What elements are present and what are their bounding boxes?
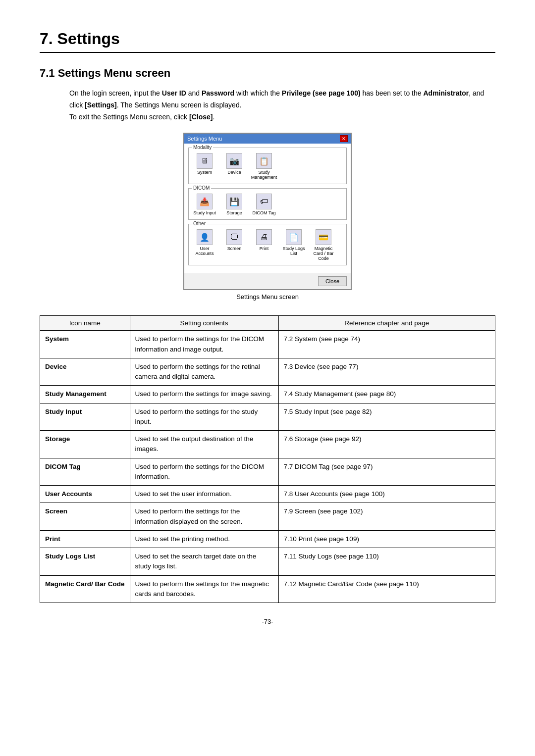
modality-group: Modality 🖥 System 📷 Device 📋 Study Manag… (188, 148, 347, 184)
table-cell-icon: Screen (40, 503, 130, 531)
screen-icon: 🖵 (226, 229, 242, 245)
study-input-icon-label: Study Input (193, 210, 216, 215)
screen-icon-label: Screen (227, 246, 242, 251)
dicom-tag-icon-label: DICOM Tag (253, 210, 276, 215)
window-footer: Close (184, 273, 351, 289)
table-cell-icon: Study Logs List (40, 548, 130, 576)
user-accounts-icon-label: User Accounts (193, 246, 216, 256)
close-btn-label: [Close] (189, 113, 213, 121)
table-cell-reference: 7.2 System (see page 74) (278, 331, 495, 358)
other-label: Other (192, 221, 207, 226)
table-row: Magnetic Card/ Bar CodeUsed to perform t… (40, 575, 495, 603)
study-logs-icon-label: Study Logs List (282, 246, 306, 256)
dicom-tag-icon-item[interactable]: 🏷 DICOM Tag (252, 194, 276, 215)
table-cell-reference: 7.12 Magnetic Card/Bar Code (see page 11… (278, 575, 495, 603)
storage-icon-item[interactable]: 💾 Storage (222, 194, 246, 215)
table-cell-reference: 7.8 User Accounts (see page 100) (278, 486, 495, 503)
page-title: 7. Settings (40, 30, 495, 48)
privilege-label: Privilege (see page 100) (282, 89, 361, 97)
print-icon-label: Print (260, 246, 269, 251)
device-icon-label: Device (227, 170, 241, 175)
section-title: 7.1 Settings Menu screen (40, 67, 495, 80)
col-header-reference: Reference chapter and page (278, 316, 495, 331)
table-row: StorageUsed to set the output destinatio… (40, 431, 495, 458)
window-body: Modality 🖥 System 📷 Device 📋 Study Manag… (184, 144, 351, 273)
intro-line1: On the login screen, input the User ID a… (69, 89, 484, 109)
magnetic-card-icon: 💳 (316, 229, 331, 245)
table-cell-icon: Device (40, 358, 130, 386)
storage-icon-label: Storage (226, 210, 242, 215)
settings-window: Settings Menu ✕ Modality 🖥 System 📷 Devi… (183, 133, 352, 290)
table-row: Study InputUsed to perform the settings … (40, 403, 495, 431)
device-icon-item[interactable]: 📷 Device (222, 153, 246, 180)
print-icon-item[interactable]: 🖨 Print (252, 229, 276, 261)
administrator-label: Administrator (423, 89, 469, 97)
col-header-setting: Setting contents (130, 316, 278, 331)
window-close-button[interactable]: ✕ (340, 135, 348, 142)
table-cell-description: Used to perform the settings for the mag… (130, 575, 278, 603)
table-cell-icon: Print (40, 530, 130, 548)
col-header-icon: Icon name (40, 316, 130, 331)
password-label: Password (202, 89, 234, 97)
study-input-icon-item[interactable]: 📥 Study Input (193, 194, 216, 215)
table-cell-icon: Storage (40, 431, 130, 458)
modality-icons: 🖥 System 📷 Device 📋 Study Management (193, 150, 342, 180)
magnetic-card-icon-item[interactable]: 💳 Magnetic Card / Bar Code (312, 229, 335, 261)
table-cell-description: Used to set the search target date on th… (130, 548, 278, 576)
storage-icon: 💾 (226, 194, 242, 209)
table-cell-description: Used to set the printing method. (130, 530, 278, 548)
dicom-icons: 📥 Study Input 💾 Storage 🏷 DICOM Tag (193, 191, 342, 215)
table-cell-icon: System (40, 331, 130, 358)
table-cell-reference: 7.5 Study Input (see page 82) (278, 403, 495, 431)
window-close-btn[interactable]: Close (318, 276, 347, 286)
table-cell-reference: 7.3 Device (see page 77) (278, 358, 495, 386)
user-accounts-icon: 👤 (197, 229, 213, 245)
print-icon: 🖨 (256, 229, 272, 245)
other-icons: 👤 User Accounts 🖵 Screen 🖨 Print 📄 Study… (193, 226, 342, 261)
study-management-icon: 📋 (256, 153, 272, 169)
table-cell-description: Used to perform the settings for the inf… (130, 503, 278, 531)
dicom-tag-icon: 🏷 (256, 194, 272, 209)
table-cell-description: Used to set the user information. (130, 486, 278, 503)
table-cell-reference: 7.7 DICOM Tag (see page 97) (278, 458, 495, 486)
dicom-label: DICOM (192, 185, 211, 191)
table-row: DeviceUsed to perform the settings for t… (40, 358, 495, 386)
user-id-label: User ID (162, 89, 186, 97)
table-cell-description: Used to perform the settings for the DIC… (130, 331, 278, 358)
window-title: Settings Menu (187, 136, 222, 142)
system-icon-label: System (197, 170, 212, 175)
table-cell-description: Used to perform the settings for image s… (130, 386, 278, 403)
table-cell-description: Used to set the output destination of th… (130, 431, 278, 458)
table-cell-icon: Magnetic Card/ Bar Code (40, 575, 130, 603)
dicom-group: DICOM 📥 Study Input 💾 Storage 🏷 DICOM Ta… (188, 188, 347, 220)
table-row: DICOM TagUsed to perform the settings fo… (40, 458, 495, 486)
table-row: Study ManagementUsed to perform the sett… (40, 386, 495, 403)
system-icon-item[interactable]: 🖥 System (193, 153, 216, 180)
modality-label: Modality (192, 145, 213, 150)
table-row: ScreenUsed to perform the settings for t… (40, 503, 495, 531)
table-cell-description: Used to perform the settings for the stu… (130, 403, 278, 431)
table-cell-icon: Study Input (40, 403, 130, 431)
study-logs-icon-item[interactable]: 📄 Study Logs List (282, 229, 306, 261)
intro-paragraph: On the login screen, input the User ID a… (69, 88, 495, 123)
settings-table: Icon name Setting contents Reference cha… (40, 315, 495, 603)
system-icon: 🖥 (197, 153, 213, 169)
table-cell-icon: User Accounts (40, 486, 130, 503)
magnetic-card-icon-label: Magnetic Card / Bar Code (312, 246, 335, 261)
device-icon: 📷 (226, 153, 242, 169)
window-titlebar: Settings Menu ✕ (184, 134, 351, 144)
table-row: SystemUsed to perform the settings for t… (40, 331, 495, 358)
screen-icon-item[interactable]: 🖵 Screen (222, 229, 246, 261)
page-number: -73- (40, 618, 495, 625)
study-input-icon: 📥 (197, 194, 213, 209)
other-group: Other 👤 User Accounts 🖵 Screen 🖨 Print (188, 224, 347, 265)
window-caption: Settings Menu screen (236, 293, 299, 301)
study-management-icon-label: Study Management (251, 170, 277, 180)
table-cell-reference: 7.9 Screen (see page 102) (278, 503, 495, 531)
title-divider (40, 52, 495, 53)
intro-line2: To exit the Settings Menu screen, click … (69, 113, 214, 121)
study-management-icon-item[interactable]: 📋 Study Management (252, 153, 276, 180)
table-cell-reference: 7.10 Print (see page 109) (278, 530, 495, 548)
table-row: Study Logs ListUsed to set the search ta… (40, 548, 495, 576)
user-accounts-icon-item[interactable]: 👤 User Accounts (193, 229, 216, 261)
